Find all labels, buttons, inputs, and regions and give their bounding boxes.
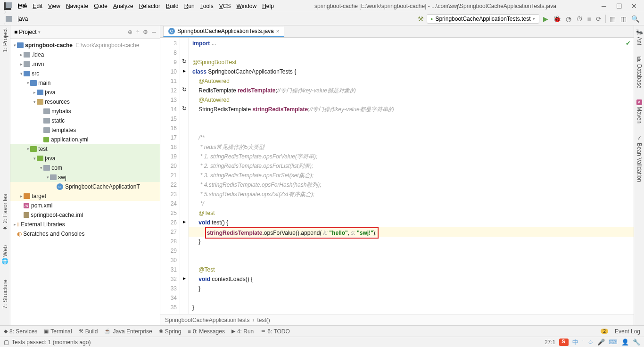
tab-database[interactable]: 🗄Database bbox=[636, 57, 643, 88]
crumb-3[interactable]: java bbox=[4, 16, 104, 22]
bt-messages[interactable]: ≡ 0: Messages bbox=[188, 328, 224, 335]
coverage-button[interactable]: ◔ bbox=[565, 15, 572, 23]
bottom-toolbar: ◆ 8: Services ▣ Terminal ⚒ Build ☕ Java … bbox=[0, 325, 644, 337]
crumb-2[interactable]: test bbox=[4, 2, 104, 8]
debug-button[interactable]: 🐞 bbox=[552, 15, 562, 23]
layout-icon[interactable]: ▦ bbox=[609, 15, 617, 23]
menu-analyze[interactable]: Analyze bbox=[110, 1, 136, 11]
profile-button[interactable]: ⏱ bbox=[575, 15, 584, 23]
run-config-selector[interactable]: ▸ SpringbootCacheApplicationTests.test ▾ bbox=[427, 14, 539, 24]
class-icon: C bbox=[168, 28, 175, 34]
editor-tabbar: C SpringbootCacheApplicationTests.java × bbox=[160, 25, 634, 38]
menu-window[interactable]: Window bbox=[233, 1, 259, 11]
bt-todo[interactable]: ≔ 6: TODO bbox=[260, 328, 290, 335]
left-tool-gutter: 1: Project ★2: Favorites 🌐Web 7: Structu… bbox=[0, 25, 10, 325]
maximize-button[interactable]: ☐ bbox=[616, 3, 622, 9]
status-bar: ▢ Tests passed: 1 (moments ago) 27:1 中 '… bbox=[0, 337, 644, 347]
bt-services[interactable]: ◆ 8: Services bbox=[4, 328, 37, 335]
editor-panel: C SpringbootCacheApplicationTests.java ×… bbox=[160, 25, 634, 325]
ime-punct-icon[interactable]: ' bbox=[582, 339, 583, 346]
gutter-marks[interactable]: ↻▸↻↻▸▸ bbox=[180, 38, 189, 314]
editor-breadcrumb[interactable]: SpringbootCacheApplicationTests›test() bbox=[160, 314, 634, 325]
bt-terminal[interactable]: ▣ Terminal bbox=[44, 328, 72, 335]
window-title: springboot-cache [E:\work\springboot-cac… bbox=[277, 3, 594, 9]
status-text: Tests passed: 1 (moments ago) bbox=[12, 339, 91, 346]
update-button[interactable]: ⟳ bbox=[595, 15, 603, 23]
menu-tools[interactable]: Tools bbox=[198, 1, 216, 11]
tab-favorites[interactable]: ★2: Favorites bbox=[2, 194, 8, 231]
search-icon[interactable]: 🔍 bbox=[630, 15, 640, 23]
menu-build[interactable]: Build bbox=[163, 1, 182, 11]
layout-icon-2[interactable]: ◫ bbox=[619, 15, 627, 23]
hide-icon[interactable]: ─ bbox=[152, 29, 156, 35]
bt-java-enterprise[interactable]: ☕ Java Enterprise bbox=[104, 328, 152, 335]
sogou-ime-icon[interactable] bbox=[559, 339, 569, 346]
bt-build[interactable]: ⚒ Build bbox=[79, 328, 98, 335]
panel-title[interactable]: ■ Project ▾ bbox=[14, 29, 41, 35]
ime-tool-icon[interactable]: 🔧 bbox=[633, 339, 640, 346]
window-layout-icon[interactable]: ▢ bbox=[4, 339, 9, 346]
ime-mic-icon[interactable]: 🎤 bbox=[597, 339, 605, 346]
menu-run[interactable]: Run bbox=[182, 1, 198, 11]
tab-label: SpringbootCacheApplicationTests.java bbox=[177, 28, 274, 34]
bt-run[interactable]: ▶ 4: Run bbox=[231, 328, 254, 335]
run-config-label: SpringbootCacheApplicationTests.test bbox=[435, 16, 530, 22]
tab-project[interactable]: 1: Project bbox=[2, 28, 8, 52]
gear-icon[interactable]: ⚙ bbox=[143, 29, 148, 35]
bt-event-log[interactable]: Event Log bbox=[615, 328, 640, 335]
ime-keyboard-icon[interactable]: ⌨ bbox=[609, 339, 618, 346]
line-numbers: 3891011121314151617181920212223242526272… bbox=[160, 38, 180, 314]
minimize-button[interactable]: ─ bbox=[601, 3, 607, 9]
menu-vcs[interactable]: VCS bbox=[216, 1, 234, 11]
tab-web[interactable]: 🌐Web bbox=[2, 245, 8, 265]
bt-spring[interactable]: ❀ Spring bbox=[159, 328, 182, 335]
ime-emoji-icon[interactable]: ☺ bbox=[587, 339, 594, 346]
event-count-badge: 2 bbox=[601, 329, 608, 334]
project-panel: ■ Project ▾ ⊕ ÷ ⚙ ─ ▾ springboot-cacheE:… bbox=[10, 25, 160, 325]
editor-tab[interactable]: C SpringbootCacheApplicationTests.java × bbox=[163, 26, 284, 37]
collapse-icon[interactable]: ÷ bbox=[136, 29, 140, 35]
menu-refactor[interactable]: Refactor bbox=[136, 1, 163, 11]
nav-bar: springboot-cache〉 src〉 test〉 java〉 com〉 … bbox=[0, 12, 644, 25]
tab-ant[interactable]: 🐜Ant bbox=[636, 28, 643, 45]
run-button[interactable]: ▶ bbox=[542, 15, 549, 23]
ime-cn-icon[interactable]: 中 bbox=[572, 338, 578, 347]
tab-maven[interactable]: mMaven bbox=[636, 99, 643, 124]
build-icon[interactable]: ⚒ bbox=[418, 15, 424, 23]
editor-body[interactable]: ✔ 38910111213141516171819202122232425262… bbox=[160, 38, 634, 314]
tab-close-icon[interactable]: × bbox=[276, 28, 279, 34]
close-button[interactable]: ✕ bbox=[631, 3, 637, 9]
stop-button[interactable]: ■ bbox=[586, 15, 592, 23]
cursor-position: 27:1 bbox=[545, 339, 555, 346]
tab-structure[interactable]: 7: Structure bbox=[2, 280, 8, 309]
tab-bean-validation[interactable]: ✓Bean Validation bbox=[636, 135, 643, 182]
menu-help[interactable]: Help bbox=[259, 1, 277, 11]
right-tool-gutter: 🐜Ant 🗄Database mMaven ✓Bean Validation bbox=[634, 25, 644, 325]
ime-user-icon[interactable]: 👤 bbox=[621, 339, 629, 346]
chevron-down-icon: ▾ bbox=[533, 17, 535, 21]
run-arrow-icon: ▸ bbox=[431, 16, 433, 21]
project-tree[interactable]: ▾ springboot-cacheE:\work\springboot-cac… bbox=[10, 39, 160, 325]
select-opened-icon[interactable]: ⊕ bbox=[128, 29, 132, 35]
code-area[interactable]: import ...@SpringBootTestclass Springboo… bbox=[189, 38, 634, 314]
